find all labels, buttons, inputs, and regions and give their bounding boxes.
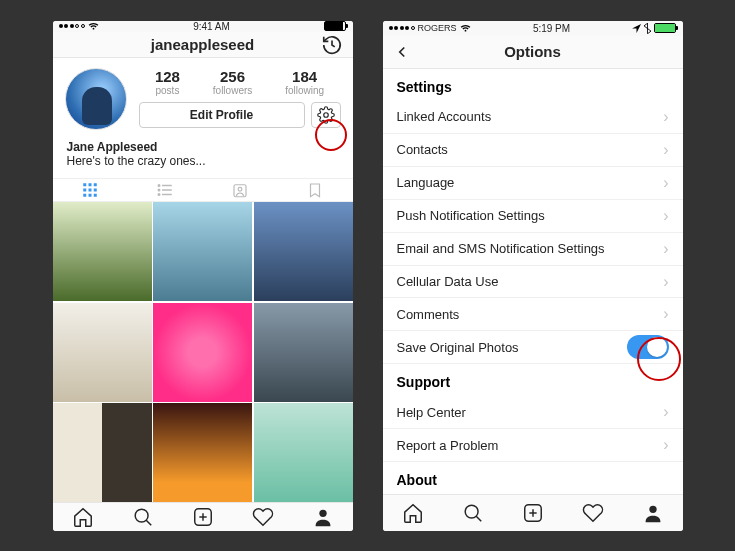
nav-search[interactable] (443, 495, 503, 530)
photo-8[interactable] (153, 403, 252, 502)
svg-rect-4 (83, 189, 86, 192)
profile-icon (312, 506, 334, 528)
avatar[interactable] (65, 68, 127, 130)
chevron-right-icon: › (663, 436, 668, 454)
chevron-right-icon: › (663, 240, 668, 258)
row-email-sms-notifications[interactable]: Email and SMS Notification Settings › (383, 233, 683, 266)
home-icon (402, 502, 424, 524)
heart-icon (582, 502, 604, 524)
nav-profile[interactable] (623, 495, 683, 530)
svg-point-24 (465, 505, 478, 518)
status-bar: ROGERS 5:19 PM (383, 21, 683, 37)
svg-rect-5 (89, 189, 92, 192)
bottom-nav (53, 502, 353, 530)
username-title: janeappleseed (151, 36, 254, 53)
svg-point-14 (158, 189, 160, 191)
svg-rect-7 (83, 194, 86, 197)
profile-icon (642, 502, 664, 524)
stat-followers[interactable]: 256 followers (213, 68, 252, 96)
row-push-notifications[interactable]: Push Notification Settings › (383, 200, 683, 233)
svg-point-23 (319, 510, 326, 517)
location-icon (632, 24, 641, 33)
chevron-right-icon: › (663, 403, 668, 421)
nav-bar: Options (383, 36, 683, 69)
photo-1[interactable] (53, 202, 152, 301)
home-icon (72, 506, 94, 528)
search-icon (462, 502, 484, 524)
svg-point-17 (238, 188, 242, 192)
svg-rect-2 (89, 183, 92, 186)
row-cellular-data[interactable]: Cellular Data Use › (383, 266, 683, 299)
heart-icon (252, 506, 274, 528)
phone-profile: 9:41 AM janeappleseed 128 posts 256 foll… (53, 21, 353, 531)
row-comments[interactable]: Comments › (383, 298, 683, 331)
tab-saved[interactable] (278, 179, 353, 202)
chevron-right-icon: › (663, 305, 668, 323)
wifi-icon (460, 24, 471, 32)
section-support: Support (383, 364, 683, 396)
tab-list[interactable] (128, 179, 203, 202)
stat-following[interactable]: 184 following (285, 68, 324, 96)
phone-options: ROGERS 5:19 PM Options Settings Linked A… (383, 21, 683, 531)
tab-tagged[interactable] (203, 179, 278, 202)
svg-point-13 (158, 185, 160, 187)
view-tabs (53, 178, 353, 203)
chevron-left-icon (393, 43, 411, 61)
search-icon (132, 506, 154, 528)
history-button[interactable] (311, 32, 353, 56)
nav-activity[interactable] (563, 495, 623, 530)
battery-icon (324, 21, 346, 31)
nav-activity[interactable] (233, 503, 293, 530)
plus-square-icon (522, 502, 544, 524)
photo-2[interactable] (153, 202, 252, 301)
nav-create[interactable] (173, 503, 233, 530)
row-save-original-photos: Save Original Photos (383, 331, 683, 364)
nav-bar: janeappleseed (53, 32, 353, 57)
photo-6[interactable] (254, 303, 353, 402)
bluetooth-icon (644, 23, 651, 34)
photo-5[interactable] (153, 303, 252, 402)
svg-line-25 (476, 516, 481, 521)
nav-home[interactable] (383, 495, 443, 530)
stat-posts[interactable]: 128 posts (155, 68, 180, 96)
row-help-center[interactable]: Help Center › (383, 396, 683, 429)
svg-rect-9 (94, 194, 97, 197)
signal-dots-icon (59, 24, 85, 28)
svg-rect-8 (89, 194, 92, 197)
svg-point-18 (135, 509, 148, 522)
photo-4[interactable] (53, 303, 152, 402)
back-button[interactable] (383, 36, 421, 68)
wifi-icon (88, 22, 99, 30)
chevron-right-icon: › (663, 174, 668, 192)
nav-create[interactable] (503, 495, 563, 530)
nav-search[interactable] (113, 503, 173, 530)
chevron-right-icon: › (663, 108, 668, 126)
edit-profile-button[interactable]: Edit Profile (139, 102, 305, 128)
row-report-problem[interactable]: Report a Problem › (383, 429, 683, 462)
photo-7[interactable] (53, 403, 152, 502)
nav-home[interactable] (53, 503, 113, 530)
chevron-right-icon: › (663, 273, 668, 291)
chevron-right-icon: › (663, 141, 668, 159)
row-contacts[interactable]: Contacts › (383, 134, 683, 167)
svg-point-0 (323, 113, 328, 118)
bottom-nav (383, 494, 683, 530)
bio-section: Jane Appleseed Here's to the crazy ones.… (53, 134, 353, 178)
settings-gear-button[interactable] (311, 102, 341, 128)
signal-dots-icon (389, 26, 415, 30)
nav-profile[interactable] (293, 503, 353, 530)
display-name: Jane Appleseed (67, 140, 339, 154)
photo-3[interactable] (254, 202, 353, 301)
section-settings: Settings (383, 69, 683, 101)
save-photos-toggle[interactable] (627, 335, 669, 359)
svg-point-15 (158, 194, 160, 196)
row-linked-accounts[interactable]: Linked Accounts › (383, 101, 683, 134)
chevron-right-icon: › (663, 207, 668, 225)
status-time: 9:41 AM (193, 21, 230, 32)
section-about: About (383, 462, 683, 494)
bio-text: Here's to the crazy ones... (67, 154, 339, 168)
photo-9[interactable] (254, 403, 353, 502)
row-language[interactable]: Language › (383, 167, 683, 200)
status-time: 5:19 PM (533, 23, 570, 34)
tab-grid[interactable] (53, 179, 128, 202)
